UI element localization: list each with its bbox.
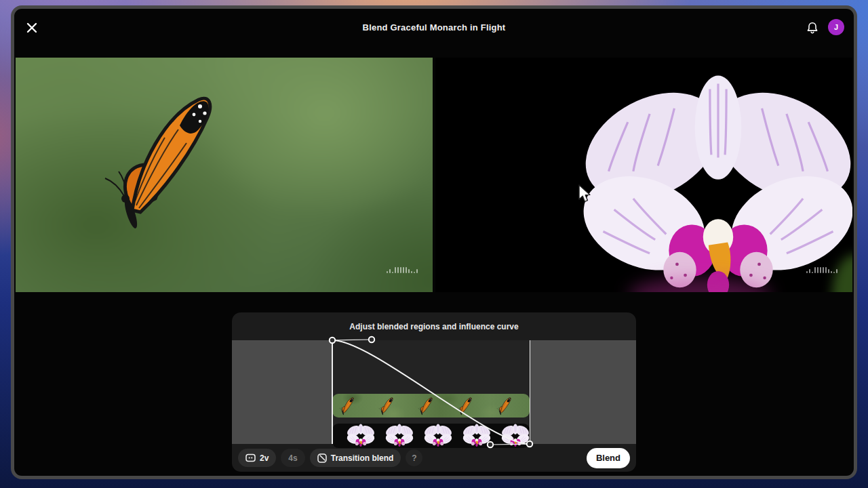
avatar[interactable]: J xyxy=(828,19,844,35)
bell-icon[interactable] xyxy=(805,20,820,35)
timeline-outside-right xyxy=(530,340,636,444)
transition-blend-button[interactable]: Transition blend xyxy=(310,449,401,467)
video-preview-butterfly xyxy=(16,58,433,292)
timeline-outside-left xyxy=(232,340,332,444)
filmstrip-thumbnail xyxy=(377,396,393,416)
transition-blend-label: Transition blend xyxy=(331,453,394,463)
window-title: Blend Graceful Monarch in Flight xyxy=(14,22,854,33)
help-button[interactable]: ? xyxy=(406,449,422,466)
curve-handle[interactable] xyxy=(330,338,335,343)
blend-region-left-edge[interactable] xyxy=(332,340,333,444)
panel-header-text: Adjust blended regions and influence cur… xyxy=(232,312,636,340)
app-window: Blend Graceful Monarch in Flight J Adjus… xyxy=(11,5,857,479)
orchid-flower-image xyxy=(568,73,852,292)
blurred-foliage-background xyxy=(16,58,433,292)
blend-timeline xyxy=(232,340,636,444)
curve-handle[interactable] xyxy=(369,337,374,342)
monarch-butterfly-image xyxy=(92,85,214,237)
blend-region-right-edge[interactable] xyxy=(530,340,531,444)
mouse-pointer xyxy=(578,184,593,205)
media-frames-icon xyxy=(245,453,256,462)
media-count-button[interactable]: 2v xyxy=(238,449,276,467)
video-preview-orchid xyxy=(435,58,852,292)
transition-blend-icon xyxy=(317,453,327,463)
duration-label: 4s xyxy=(288,453,297,463)
filmstrip-butterfly[interactable] xyxy=(332,394,530,418)
blend-adjust-panel: Adjust blended regions and influence cur… xyxy=(232,312,636,472)
media-count-label: 2v xyxy=(260,453,269,463)
filmstrip-thumbnail xyxy=(495,396,511,416)
filmstrip-thumbnail xyxy=(416,396,433,416)
titlebar: Blend Graceful Monarch in Flight J xyxy=(14,9,854,58)
panel-toolbar: 2v 4s Transition blend ? Blend xyxy=(232,444,636,472)
blend-button[interactable]: Blend xyxy=(587,448,630,468)
help-icon: ? xyxy=(412,453,416,463)
waveform-watermark xyxy=(806,264,846,273)
waveform-watermark xyxy=(387,264,426,273)
filmstrip-thumbnail xyxy=(338,396,354,416)
duration-button[interactable]: 4s xyxy=(281,449,304,467)
